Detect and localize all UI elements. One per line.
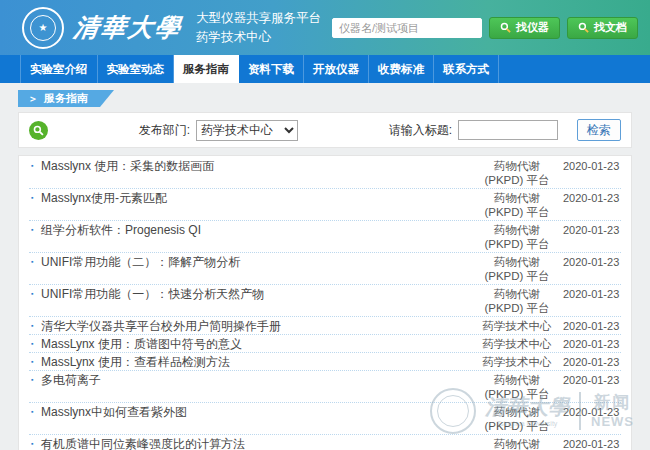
search-icon [500, 22, 511, 33]
article-link[interactable]: Masslynx 使用：采集的数据画面 [41, 159, 477, 173]
department-cell: 药物代谢 (PKPD) 平台 [477, 223, 557, 251]
bullet-icon [29, 437, 41, 450]
search-icon [33, 125, 44, 136]
bullet-icon [29, 319, 41, 333]
bullet-icon [29, 223, 41, 237]
department-filter-group: 发布部门: 药学技术中心 [139, 120, 298, 141]
table-row: Masslynx使用-元素匹配药物代谢 (PKPD) 平台2020-01-23 [29, 189, 621, 221]
platform-title-line1: 大型仪器共享服务平台 [196, 9, 321, 27]
department-cell: 药学技术中心 [477, 355, 557, 369]
article-link[interactable]: 清华大学仪器共享平台校外用户简明操作手册 [41, 319, 477, 333]
nav-tab-6[interactable]: 收费标准 [369, 55, 434, 83]
site-header: 清華大學 大型仪器共享服务平台 药学技术中心 找仪器 找文档 [0, 0, 650, 55]
bullet-icon [29, 337, 41, 351]
nav-tab-3[interactable]: 服务指南 [174, 55, 239, 83]
article-link[interactable]: 有机质谱中同位素峰强度比的计算方法 [41, 437, 477, 450]
article-list: Masslynx 使用：采集的数据画面药物代谢 (PKPD) 平台2020-01… [18, 155, 632, 450]
date-cell: 2020-01-23 [563, 191, 621, 205]
table-row: 有机质谱中同位素峰强度比的计算方法药物代谢 (PKPD) 平台2020-01-2… [29, 435, 621, 450]
table-row: UNIFI常用功能（一）：快速分析天然产物药物代谢 (PKPD) 平台2020-… [29, 285, 621, 317]
date-cell: 2020-01-23 [563, 355, 621, 369]
department-cell: 药物代谢 (PKPD) 平台 [477, 373, 557, 401]
article-link[interactable]: Masslynx使用-元素匹配 [41, 191, 477, 205]
table-row: 组学分析软件：Progenesis QI药物代谢 (PKPD) 平台2020-0… [29, 221, 621, 253]
date-cell: 2020-01-23 [563, 373, 621, 387]
department-label: 发布部门: [139, 122, 190, 139]
main-nav: 实验室介绍实验室动态服务指南资料下载开放仪器收费标准联系方式 [0, 55, 650, 83]
date-cell: 2020-01-23 [563, 437, 621, 450]
university-name: 清華大學 [72, 11, 185, 44]
search-submit-button[interactable]: 检索 [577, 119, 621, 141]
title-search-input[interactable] [458, 120, 558, 140]
date-cell: 2020-01-23 [563, 223, 621, 237]
date-cell: 2020-01-23 [563, 287, 621, 301]
bullet-icon [29, 373, 41, 387]
table-row: 清华大学仪器共享平台校外用户简明操作手册药学技术中心2020-01-23 [29, 317, 621, 335]
article-link[interactable]: 组学分析软件：Progenesis QI [41, 223, 477, 237]
article-link[interactable]: MassLynx 使用：质谱图中符号的意义 [41, 337, 477, 351]
bullet-icon [29, 191, 41, 205]
nav-tab-5[interactable]: 开放仪器 [304, 55, 369, 83]
find-instrument-label: 找仪器 [516, 20, 549, 35]
page: 清華大學 大型仪器共享服务平台 药学技术中心 找仪器 找文档 [0, 0, 650, 450]
department-cell: 药学技术中心 [477, 319, 557, 333]
find-document-button[interactable]: 找文档 [567, 17, 638, 39]
breadcrumb-label: 服务指南 [44, 91, 88, 106]
nav-tab-1[interactable]: 实验室介绍 [20, 55, 98, 83]
table-row: Masslynx 使用：采集的数据画面药物代谢 (PKPD) 平台2020-01… [29, 157, 621, 189]
article-link[interactable]: Masslynx中如何查看紫外图 [41, 405, 477, 419]
department-cell: 药物代谢 (PKPD) 平台 [477, 437, 557, 450]
bullet-icon [29, 159, 41, 173]
bullet-icon [29, 405, 41, 419]
filter-bar: 发布部门: 药学技术中心 请输入标题: 检索 [18, 112, 632, 148]
table-row: Masslynx中如何查看紫外图药物代谢 (PKPD) 平台2020-01-23 [29, 403, 621, 435]
department-cell: 药物代谢 (PKPD) 平台 [477, 159, 557, 187]
article-link[interactable]: UNIFI常用功能（一）：快速分析天然产物 [41, 287, 477, 301]
department-cell: 药物代谢 (PKPD) 平台 [477, 287, 557, 315]
search-icon [578, 22, 589, 33]
department-cell: 药学技术中心 [477, 337, 557, 351]
nav-tab-4[interactable]: 资料下载 [239, 55, 304, 83]
article-link[interactable]: UNIFI常用功能（二）：降解产物分析 [41, 255, 477, 269]
table-row: MassLynx 使用：质谱图中符号的意义药学技术中心2020-01-23 [29, 335, 621, 353]
date-cell: 2020-01-23 [563, 159, 621, 173]
find-instrument-button[interactable]: 找仪器 [489, 17, 560, 39]
instrument-search-input[interactable] [332, 18, 482, 38]
article-link[interactable]: MassLynx 使用：查看样品检测方法 [41, 355, 477, 369]
nav-tab-7[interactable]: 联系方式 [434, 55, 499, 83]
university-seal-icon [30, 15, 56, 41]
department-cell: 药物代谢 (PKPD) 平台 [477, 191, 557, 219]
date-cell: 2020-01-23 [563, 337, 621, 351]
article-link[interactable]: 多电荷离子 [41, 373, 477, 387]
header-search-area: 找仪器 找文档 [332, 17, 638, 39]
bullet-icon [29, 355, 41, 369]
search-icon-button[interactable] [29, 121, 48, 140]
date-cell: 2020-01-23 [563, 255, 621, 269]
department-select[interactable]: 药学技术中心 [196, 120, 298, 141]
department-cell: 药物代谢 (PKPD) 平台 [477, 255, 557, 283]
bullet-icon [29, 287, 41, 301]
chevron-right-icon: ＞ [28, 92, 38, 106]
table-row: MassLynx 使用：查看样品检测方法药学技术中心2020-01-23 [29, 353, 621, 371]
date-cell: 2020-01-23 [563, 319, 621, 333]
nav-tab-2[interactable]: 实验室动态 [98, 55, 175, 83]
platform-title-line2: 药学技术中心 [196, 28, 321, 46]
table-row: 多电荷离子药物代谢 (PKPD) 平台2020-01-23 [29, 371, 621, 403]
title-search-label: 请输入标题: [389, 122, 452, 139]
find-document-label: 找文档 [594, 20, 627, 35]
breadcrumb[interactable]: ＞ 服务指南 [18, 90, 114, 107]
date-cell: 2020-01-23 [563, 405, 621, 419]
title-filter-group: 请输入标题: 检索 [389, 119, 621, 141]
department-cell: 药物代谢 (PKPD) 平台 [477, 405, 557, 433]
bullet-icon [29, 255, 41, 269]
table-row: UNIFI常用功能（二）：降解产物分析药物代谢 (PKPD) 平台2020-01… [29, 253, 621, 285]
platform-title: 大型仪器共享服务平台 药学技术中心 [196, 9, 321, 45]
university-logo [22, 7, 64, 49]
